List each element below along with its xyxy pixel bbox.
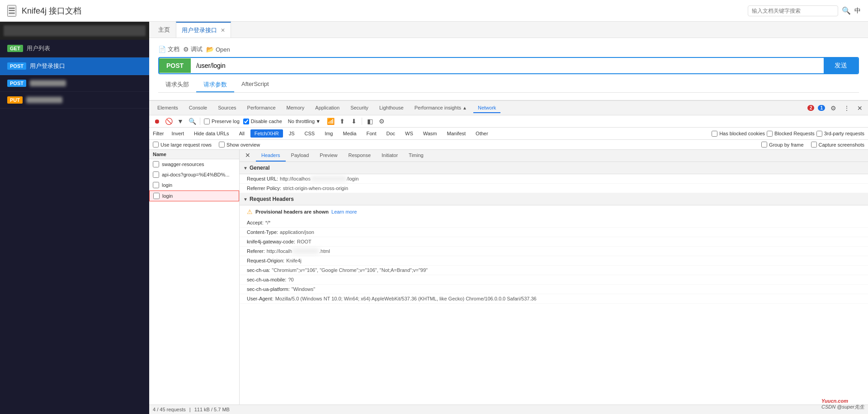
tab-request-params[interactable]: 请求参数 — [196, 78, 234, 92]
filter-doc[interactable]: Doc — [382, 129, 399, 138]
throttling-dropdown[interactable]: No throttling ▼ — [286, 117, 323, 125]
dt-tab-console[interactable]: Console — [184, 103, 212, 113]
request-headers-section-header[interactable]: ▼ Request Headers — [240, 193, 868, 205]
nav-item-debug[interactable]: ⚙ 调试 — [183, 45, 203, 53]
req-row-login1[interactable]: login — [149, 180, 239, 190]
detail-tab-response[interactable]: Response — [343, 150, 376, 162]
dt-tab-sources[interactable]: Sources — [213, 103, 241, 113]
search-icon[interactable]: 🔍 — [842, 6, 851, 15]
devtools-close-icon[interactable]: ✕ — [855, 104, 864, 113]
req-checkbox-login1[interactable] — [153, 182, 159, 188]
detail-tab-payload[interactable]: Payload — [286, 150, 315, 162]
dt-tab-performance-insights[interactable]: Performance insights ▲ — [410, 103, 472, 113]
filter-font[interactable]: Font — [362, 129, 380, 138]
detail-tab-headers[interactable]: Headers — [256, 150, 286, 162]
filter-ws[interactable]: WS — [401, 129, 417, 138]
download-icon[interactable]: ⬇ — [350, 117, 358, 125]
general-section-header[interactable]: ▼ General — [240, 162, 868, 174]
large-rows-check[interactable]: Use large request rows — [153, 142, 212, 148]
has-blocked-cookies-input[interactable] — [712, 131, 717, 137]
tab-request-headers[interactable]: 请求头部 — [158, 78, 196, 92]
sidebar-item-post-2[interactable]: POST — [0, 75, 149, 92]
clear-button[interactable]: 🚫 — [165, 117, 173, 125]
send-button[interactable]: 发送 — [824, 58, 858, 73]
tab-afterscript[interactable]: AfterScript — [234, 78, 276, 92]
large-rows-label: Use large request rows — [160, 142, 212, 148]
settings-icon[interactable]: ⚙ — [377, 117, 386, 125]
filter-other[interactable]: Other — [472, 129, 492, 138]
upload-icon[interactable]: ⬆ — [338, 117, 346, 125]
third-party-check[interactable]: 3rd-party requests — [816, 131, 864, 137]
learn-more-link[interactable]: Learn more — [331, 209, 357, 214]
dt-tab-network[interactable]: Network — [473, 103, 500, 113]
req-checkbox-login2[interactable] — [153, 193, 160, 199]
filter-css[interactable]: CSS — [301, 129, 319, 138]
filter-invert[interactable]: Invert — [167, 129, 188, 138]
preserve-log-input[interactable] — [204, 119, 210, 124]
dt-tab-application[interactable]: Application — [311, 103, 344, 113]
post-method-btn[interactable]: POST — [159, 58, 191, 73]
blocked-requests-input[interactable] — [767, 131, 773, 137]
url-input[interactable] — [191, 58, 824, 73]
req-row-api-docs[interactable]: api-docs?group=%E4%BD%... — [149, 170, 239, 180]
search-network-btn[interactable]: 🔍 — [188, 117, 196, 125]
capture-screenshots-input[interactable] — [811, 142, 817, 148]
filter-wasm[interactable]: Wasm — [419, 129, 441, 138]
record-button[interactable]: ⏺ — [153, 117, 161, 125]
dt-tab-elements[interactable]: Elements — [153, 103, 183, 113]
dt-tab-performance[interactable]: Performance — [243, 103, 280, 113]
nav-item-docs[interactable]: 📄 文档 — [158, 45, 179, 53]
menu-icon[interactable]: ☰ — [7, 5, 16, 17]
sidebar-item-put[interactable]: PUT — [0, 92, 149, 109]
req-row-login2[interactable]: login — [149, 190, 239, 201]
sidebar-item-post-login[interactable]: POST 用户登录接口 — [0, 57, 149, 75]
group-by-frame-check[interactable]: Group by frame — [761, 142, 803, 148]
lang-toggle[interactable]: 中 — [854, 7, 861, 15]
large-rows-input[interactable] — [153, 142, 159, 148]
sidebar-toggle-icon[interactable]: ◧ — [366, 117, 374, 125]
detail-tab-timing[interactable]: Timing — [403, 150, 429, 162]
tab-close-icon[interactable]: ✕ — [221, 27, 225, 33]
detail-tab-preview[interactable]: Preview — [314, 150, 343, 162]
search-input[interactable] — [748, 5, 838, 16]
show-overview-check[interactable]: Show overview — [219, 142, 260, 148]
tab-login[interactable]: 用户登录接口 ✕ — [176, 22, 231, 38]
disable-cache-input[interactable] — [243, 119, 249, 124]
filter-icon-btn[interactable]: ▼ — [176, 117, 184, 125]
filter-media[interactable]: Media — [339, 129, 360, 138]
tab-home[interactable]: 主页 — [153, 22, 176, 38]
req-checkbox-api-docs[interactable] — [153, 171, 159, 178]
request-detail: ✕ Headers Payload Preview Response — [240, 150, 868, 404]
provisional-headers-warning: ⚠ Provisional headers are shown Learn mo… — [240, 205, 868, 218]
filter-hide-data-urls[interactable]: Hide data URLs — [190, 129, 233, 138]
sec-ch-ua-val: "Chromium";v="106", "Google Chrome";v="1… — [272, 267, 861, 273]
sidebar-item-get-users[interactable]: GET 用户列表 — [0, 40, 149, 57]
detail-close-btn[interactable]: ✕ — [243, 150, 252, 162]
tab-afterscript-label: AfterScript — [241, 81, 269, 87]
show-overview-input[interactable] — [219, 142, 225, 148]
sec-ch-ua-mobile-val: ?0 — [288, 277, 861, 282]
devtools-more-icon[interactable]: ⋮ — [842, 104, 852, 113]
preserve-log-checkbox[interactable]: Preserve log — [204, 119, 240, 124]
req-row-swagger[interactable]: swagger-resources — [149, 159, 239, 170]
dt-tab-lighthouse[interactable]: Lighthouse — [375, 103, 408, 113]
detail-tab-initiator[interactable]: Initiator — [376, 150, 403, 162]
dt-tab-memory[interactable]: Memory — [282, 103, 309, 113]
req-checkbox-swagger[interactable] — [153, 161, 159, 167]
filter-manifest[interactable]: Manifest — [443, 129, 470, 138]
third-party-input[interactable] — [816, 131, 822, 137]
disable-cache-checkbox[interactable]: Disable cache — [243, 119, 282, 124]
has-blocked-cookies-check[interactable]: Has blocked cookies — [712, 131, 765, 137]
filter-fetch-xhr[interactable]: Fetch/XHR — [250, 129, 283, 138]
group-by-frame-input[interactable] — [761, 142, 767, 148]
filter-js[interactable]: JS — [285, 129, 299, 138]
capture-screenshots-check[interactable]: Capture screenshots — [811, 142, 865, 148]
dt-tab-security[interactable]: Security — [346, 103, 373, 113]
blocked-requests-check[interactable]: Blocked Requests — [767, 131, 815, 137]
filter-all[interactable]: All — [235, 129, 249, 138]
nav-item-open[interactable]: 📂 Open — [206, 46, 230, 53]
filter-img[interactable]: Img — [321, 129, 337, 138]
request-list-header: Name — [149, 150, 239, 159]
devtools-settings-icon[interactable]: ⚙ — [829, 104, 838, 113]
wifi-icon[interactable]: 📶 — [326, 117, 335, 125]
